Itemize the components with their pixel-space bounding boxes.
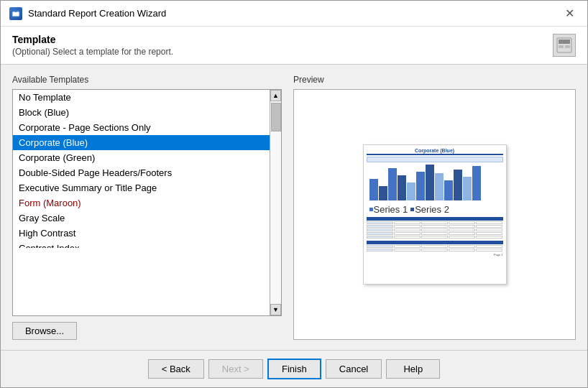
- finish-button[interactable]: Finish: [267, 359, 321, 379]
- table2-row-1: [367, 245, 503, 248]
- scroll-down-button[interactable]: ▼: [270, 304, 281, 315]
- preview-title-line: [367, 154, 503, 155]
- list-item-double-sided[interactable]: Double-Sided Page Headers/Footers: [13, 165, 281, 180]
- svg-rect-3: [559, 45, 564, 48]
- bar12: [472, 166, 481, 200]
- header-title: Template: [12, 34, 173, 45]
- header-subtitle: (Optional) Select a template for the rep…: [12, 47, 173, 57]
- next-button[interactable]: Next >: [208, 359, 263, 379]
- content-area: Available Templates No TemplateBlock (Bl…: [1, 65, 587, 350]
- preview-label: Preview: [293, 75, 576, 85]
- list-item-no-template[interactable]: No Template: [13, 90, 281, 105]
- svg-rect-2: [559, 40, 570, 44]
- scroll-thumb[interactable]: [271, 103, 281, 131]
- scroll-track: [270, 101, 281, 304]
- back-button[interactable]: < Back: [148, 359, 204, 379]
- right-panel: Preview Corporate (Blue): [293, 75, 576, 340]
- table-row-5: [367, 236, 503, 239]
- table-header-bar: [367, 217, 503, 221]
- bar7: [426, 165, 434, 200]
- window-title: Standard Report Creation Wizard: [28, 8, 166, 19]
- table-row-1: [367, 221, 503, 224]
- template-icon-button[interactable]: [553, 34, 576, 57]
- preview-doc-title: Corporate (Blue): [367, 148, 503, 153]
- wizard-window: Standard Report Creation Wizard ✕ Templa…: [0, 0, 588, 388]
- table2-header: [367, 241, 503, 244]
- table-row-4: [367, 232, 503, 235]
- bar5: [407, 183, 415, 200]
- templates-list-container: No TemplateBlock (Blue)Corporate - Page …: [12, 89, 282, 316]
- list-item-gray-scale[interactable]: Gray Scale: [13, 211, 281, 226]
- bar9: [444, 180, 453, 200]
- list-item-form-maroon[interactable]: Form (Maroon): [13, 195, 281, 211]
- preview-page-num: Page 1: [367, 253, 503, 257]
- list-scrollbar[interactable]: ▲ ▼: [270, 90, 281, 315]
- table-row-3: [367, 228, 503, 231]
- title-bar: Standard Report Creation Wizard ✕: [1, 1, 587, 27]
- bar8: [435, 173, 444, 200]
- preview-chart-area: [367, 165, 503, 202]
- preview-document: Corporate (Blue): [363, 144, 507, 285]
- bar3: [388, 168, 397, 200]
- left-panel: Available Templates No TemplateBlock (Bl…: [12, 75, 282, 340]
- templates-list[interactable]: No TemplateBlock (Blue)Corporate - Page …: [13, 90, 281, 248]
- bar2: [379, 186, 387, 200]
- browse-button[interactable]: Browse...: [12, 322, 77, 340]
- bar6: [416, 172, 425, 200]
- header-section: Template (Optional) Select a template fo…: [1, 27, 587, 65]
- cancel-button[interactable]: Cancel: [326, 359, 382, 379]
- table-row-2: [367, 225, 503, 228]
- list-item-corporate-green[interactable]: Corporate (Green): [13, 150, 281, 165]
- bar10: [454, 170, 462, 200]
- list-item-contrast-index[interactable]: Contrast Index: [13, 241, 281, 248]
- available-templates-label: Available Templates: [12, 75, 282, 85]
- preview-box: Corporate (Blue): [293, 89, 576, 340]
- list-item-block-blue[interactable]: Block (Blue): [13, 105, 281, 120]
- title-bar-left: Standard Report Creation Wizard: [9, 7, 166, 20]
- footer: < Back Next > Finish Cancel Help: [1, 350, 587, 387]
- list-item-corporate-page[interactable]: Corporate - Page Sections Only: [13, 120, 281, 135]
- preview-header-bar: [367, 157, 503, 162]
- preview-legend: Series 1 Series 2: [367, 204, 503, 215]
- bar1: [369, 179, 378, 200]
- close-button[interactable]: ✕: [561, 5, 579, 22]
- bar4: [398, 175, 406, 200]
- help-button[interactable]: Help: [386, 359, 440, 379]
- list-item-corporate-blue[interactable]: Corporate (Blue): [13, 135, 281, 150]
- table2-row-2: [367, 249, 503, 251]
- list-item-high-contrast[interactable]: High Contrast: [13, 226, 281, 241]
- svg-rect-4: [565, 45, 570, 48]
- wizard-icon: [9, 7, 22, 20]
- list-item-exec-summary[interactable]: Executive Summary or Title Page: [13, 180, 281, 195]
- scroll-up-button[interactable]: ▲: [270, 90, 281, 101]
- bar11: [463, 177, 472, 200]
